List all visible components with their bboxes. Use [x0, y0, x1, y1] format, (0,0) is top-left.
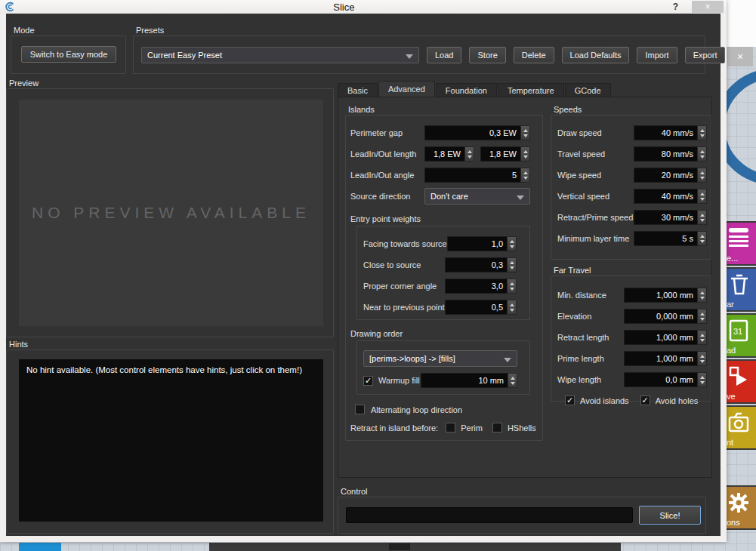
switch-easy-mode-button[interactable]: Switch to Easy mode	[21, 46, 116, 63]
spinner-buttons[interactable]	[697, 372, 707, 387]
avoid-islands-checkbox[interactable]	[565, 396, 575, 405]
background-clear-button[interactable]: ar	[724, 267, 756, 312]
background-bottom-toolbar	[209, 543, 621, 551]
elevation-input[interactable]: 0,000 mm	[624, 309, 707, 324]
retract-perim-checkbox[interactable]	[446, 423, 455, 432]
delete-button[interactable]: Delete	[514, 47, 554, 63]
tab-temperature[interactable]: Temperature	[498, 83, 564, 97]
leadinout-angle-input[interactable]: 5	[424, 168, 530, 183]
field-retract-length: Retract length 1,000 mm	[557, 329, 707, 346]
retract-prime-speed-input[interactable]: 30 mm/s	[634, 210, 707, 225]
min-distance-input[interactable]: 1,000 mm	[624, 288, 707, 303]
tab-gcode[interactable]: GCode	[565, 83, 611, 97]
minimum-layer-time-input[interactable]: 5 s	[634, 231, 707, 246]
background-print-button[interactable]: nt	[724, 405, 756, 450]
spinner-buttons[interactable]	[697, 125, 707, 140]
retract-length-input[interactable]: 1,000 mm	[624, 330, 707, 345]
field-wipe-speed: Wipe speed 20 mm/s	[557, 167, 707, 183]
spinner-buttons[interactable]	[520, 146, 530, 162]
store-button[interactable]: Store	[469, 47, 505, 63]
advanced-tab-pane: Islands Perimeter gap 0,3 EW LeadIn/Out …	[338, 97, 712, 478]
warmup-fill-input[interactable]: 10 mm	[421, 373, 517, 388]
spinner-buttons[interactable]	[697, 168, 707, 183]
far-travel-group: Far Travel Min. distance 1,000 mm Elevat…	[551, 266, 711, 402]
close-icon: ×	[705, 2, 710, 12]
avoid-holes-checkbox[interactable]	[640, 396, 650, 405]
drawing-order-box: [perims->loops] -> [fills] Warmup fill 1…	[356, 340, 530, 395]
spinner-buttons[interactable]	[697, 351, 707, 366]
background-options-button[interactable]: ons	[724, 485, 756, 530]
field-retract-in-island: Retract in island before: Perim HShells	[350, 423, 530, 432]
warmup-fill-checkbox[interactable]	[363, 376, 373, 386]
entry-point-weights-title: Entry point weights	[350, 214, 530, 223]
field-elevation: Elevation 0,000 mm	[557, 308, 707, 325]
tab-foundation[interactable]: Foundation	[436, 83, 497, 97]
tab-advanced[interactable]: Advanced	[378, 81, 435, 97]
spinner-buttons[interactable]	[697, 146, 707, 162]
titlebar[interactable]: Slice ? ×	[0, 0, 727, 14]
wipe-speed-input[interactable]: 20 mm/s	[634, 168, 707, 183]
proper-corner-angle-input[interactable]: 3,0	[445, 279, 517, 294]
avoid-checkboxes-row: Avoid islands Avoid holes	[565, 396, 707, 405]
spinner-buttons[interactable]	[508, 373, 517, 388]
spinner-buttons[interactable]	[697, 189, 707, 204]
draw-speed-input[interactable]: 40 mm/s	[634, 125, 707, 140]
far-travel-group-title: Far Travel	[554, 266, 591, 275]
retract-hshells-checkbox[interactable]	[492, 423, 502, 432]
leadin-length-input[interactable]: 1,8 EW	[424, 146, 474, 162]
preset-selected-value: Current Easy Preset	[147, 51, 222, 60]
background-slice-button[interactable]: e...	[724, 221, 756, 266]
travel-speed-input[interactable]: 80 mm/s	[634, 146, 707, 162]
load-defaults-button[interactable]: Load Defaults	[562, 47, 630, 63]
spinner-buttons[interactable]	[697, 288, 707, 303]
field-travel-speed: Travel speed 80 mm/s	[557, 146, 707, 162]
slice-lines-icon	[727, 226, 750, 252]
drawing-order-select[interactable]: [perims->loops] -> [fills]	[363, 350, 517, 367]
leadout-length-input[interactable]: 1,8 EW	[480, 146, 530, 162]
spinner-buttons[interactable]	[520, 168, 530, 183]
export-button[interactable]: Export	[685, 47, 726, 63]
preset-select[interactable]: Current Easy Preset	[141, 47, 419, 63]
facing-towards-source-input[interactable]: 1,0	[447, 236, 517, 251]
spinner-buttons[interactable]	[507, 279, 517, 294]
spinner-buttons[interactable]	[507, 300, 517, 315]
spinner-buttons[interactable]	[697, 231, 707, 246]
chevron-down-icon	[406, 54, 413, 59]
spinner-buttons[interactable]	[697, 309, 707, 324]
tab-basic[interactable]: Basic	[338, 83, 378, 97]
wipe-length-input[interactable]: 0,0 mm	[624, 372, 707, 387]
perimeter-gap-input[interactable]: 0,3 EW	[424, 125, 530, 140]
spinner-buttons[interactable]	[697, 330, 707, 345]
prime-length-input[interactable]: 1,000 mm	[624, 351, 707, 366]
spinner-buttons[interactable]	[697, 210, 707, 225]
close-to-source-input[interactable]: 0,3	[445, 257, 517, 272]
hint-text: No hint available. (Most control element…	[26, 365, 302, 374]
background-save-button[interactable]: ve	[724, 359, 756, 404]
field-leadinout-length: LeadIn/Out length 1,8 EW 1,8 EW	[350, 146, 530, 162]
background-bottom-blue-button[interactable]	[19, 543, 61, 551]
close-button[interactable]: ×	[692, 1, 724, 13]
control-group: Control Slice!	[338, 487, 706, 534]
import-button[interactable]: Import	[637, 47, 677, 63]
slice-button[interactable]: Slice!	[639, 506, 701, 525]
background-close-icon[interactable]: ×	[727, 47, 753, 66]
load-button[interactable]: Load	[427, 47, 461, 63]
source-direction-select[interactable]: Don't care	[424, 188, 530, 205]
hints-group-title: Hints	[9, 340, 28, 349]
vertical-speed-input[interactable]: 40 mm/s	[634, 189, 707, 204]
help-button[interactable]: ?	[673, 2, 678, 12]
spinner-buttons[interactable]	[507, 257, 517, 272]
near-previous-point-input[interactable]: 0,5	[445, 300, 517, 315]
preview-group: Preview NO PREVIEW AVAILABLE	[6, 78, 334, 337]
spinner-buttons[interactable]	[464, 146, 474, 162]
window-title: Slice	[15, 2, 673, 13]
background-bottom-slider[interactable]	[389, 543, 410, 550]
field-close-to-source: Close to source 0,3	[363, 257, 517, 273]
spinner-buttons[interactable]	[507, 236, 517, 251]
spinner-buttons[interactable]	[520, 125, 530, 140]
alternating-loop-checkbox[interactable]	[355, 405, 365, 414]
islands-group: Islands Perimeter gap 0,3 EW LeadIn/Out …	[345, 105, 543, 441]
background-load-button[interactable]: 31 ad	[724, 313, 756, 358]
field-near-previous-point: Near to previous point 0,5	[363, 299, 517, 316]
hints-panel: No hint available. (Most control element…	[19, 359, 323, 522]
